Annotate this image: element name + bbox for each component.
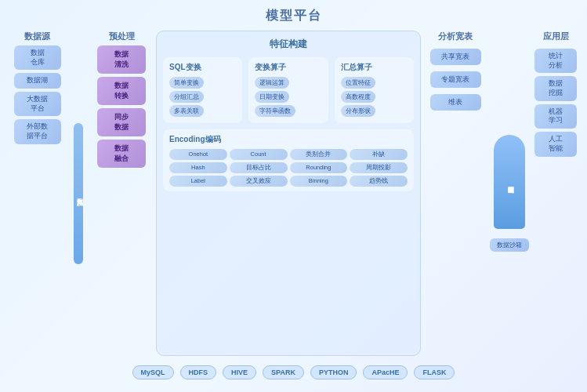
enc-fill: 补缺 — [350, 149, 408, 160]
app-card-2: 数据挖掘 — [534, 76, 577, 100]
enc-count: Count — [230, 149, 288, 160]
tech-apache: APacHE — [363, 365, 408, 379]
enc-target: 目标占比 — [230, 162, 288, 173]
tag-distribution: 分布形状 — [341, 105, 375, 117]
content-area: 数据源 数据仓库 数据湖 大数据平台 外部数据平台 数据接入 预处理 数据清洗 … — [8, 31, 579, 356]
tech-spark: SPARK — [263, 365, 304, 379]
main-container: 模型平台 数据源 数据仓库 数据湖 大数据平台 外部数据平台 数据接入 预处理 … — [0, 0, 587, 392]
enc-cat-merge: 类别合并 — [290, 149, 348, 160]
right-output: 数据输出区 数据沙箱 — [490, 31, 529, 356]
transform-tags: 逻辑运算 日期变换 字符串函数 — [255, 77, 321, 117]
tech-mysql: MySQL — [132, 365, 174, 379]
data-sandbox-label: 数据沙箱 — [497, 241, 522, 249]
tag-date: 日期变换 — [255, 91, 289, 103]
tech-hive: HIVE — [223, 365, 256, 379]
feature-engineering-section: 特征构建 SQL变换 简单变换 分组汇总 多表关联 变换算子 逻辑运算 — [156, 31, 421, 356]
analysis-label: 分析宽表 — [438, 31, 473, 42]
tech-hdfs: HDFS — [180, 365, 217, 379]
tech-python: PYTHON — [310, 365, 357, 379]
preprocess-card-3: 同步数据 — [97, 108, 146, 136]
tag-group: 分组汇总 — [169, 91, 204, 103]
page-title: 模型平台 — [8, 8, 579, 24]
enc-binning: Binning — [290, 176, 348, 187]
preprocess-card-4: 数据融合 — [97, 140, 146, 168]
aggregate-tags: 位置特征 高数程度 分布形状 — [341, 77, 408, 117]
sql-tags: 简单变换 分组汇总 多表关联 — [169, 77, 236, 117]
preprocess-card-1: 数据清洗 — [97, 45, 146, 74]
enc-label: Label — [169, 176, 227, 187]
app-card-4: 人工智能 — [534, 132, 577, 156]
analysis-card-3: 维表 — [430, 94, 481, 111]
analysis-card-1: 共享宽表 — [430, 49, 481, 65]
source-card-3: 大数据平台 — [14, 92, 61, 116]
aggregate-operators-section: 汇总算子 位置特征 高数程度 分布形状 — [335, 57, 414, 123]
tag-high-order: 高数程度 — [341, 91, 375, 103]
tag-string: 字符串函数 — [255, 105, 295, 117]
encoding-title: Encoding编码 — [169, 134, 408, 145]
enc-hash: Hash — [169, 162, 227, 173]
enc-onehot: Onehot — [169, 149, 227, 160]
sql-transform-title: SQL变换 — [169, 62, 236, 73]
tag-logic: 逻辑运算 — [255, 77, 289, 89]
data-sources-section: 数据源 数据仓库 数据湖 大数据平台 外部数据平台 — [8, 31, 67, 356]
app-card-1: 统计分析 — [534, 49, 577, 73]
data-sources-label: 数据源 — [24, 31, 50, 42]
app-layer-label: 应用层 — [543, 31, 569, 42]
enc-cross: 交叉效应 — [230, 176, 288, 187]
enc-trend: 趋势线 — [350, 176, 408, 187]
feature-engineering-title: 特征构建 — [163, 38, 414, 51]
transform-operators-title: 变换算子 — [255, 62, 321, 73]
tag-join: 多表关联 — [169, 105, 204, 117]
source-card-1: 数据仓库 — [14, 45, 61, 70]
aggregate-operators-title: 汇总算子 — [341, 62, 408, 73]
data-output-bar: 数据输出区 — [494, 135, 525, 229]
enc-rounding: Rounding — [290, 162, 348, 173]
encoding-section: Encoding编码 Onehot Count 类别合并 补缺 Hash 目标占… — [163, 129, 414, 191]
data-sandbox-card: 数据沙箱 — [490, 238, 529, 252]
analysis-section: 分析宽表 共享宽表 专题宽表 维表 — [424, 31, 487, 356]
preprocess-card-2: 数据转换 — [97, 77, 146, 105]
app-card-3: 机器学习 — [534, 104, 577, 129]
enc-period: 周期投影 — [350, 162, 408, 173]
encoding-tags: Onehot Count 类别合并 补缺 Hash 目标占比 Rounding … — [169, 149, 408, 187]
output-column: 数据输出区 数据沙箱 — [490, 135, 529, 252]
source-card-2: 数据湖 — [14, 73, 61, 89]
transform-operators-section: 变换算子 逻辑运算 日期变换 字符串函数 — [248, 57, 328, 123]
tag-simple: 简单变换 — [169, 77, 204, 89]
analysis-card-2: 专题宽表 — [430, 71, 481, 88]
tech-flask: FLASK — [414, 365, 455, 379]
fe-top-row: SQL变换 简单变换 分组汇总 多表关联 变换算子 逻辑运算 日期变换 字符串函… — [163, 57, 414, 123]
data-input-arrow: 数据接入 — [70, 31, 87, 356]
source-card-4: 外部数据平台 — [14, 119, 61, 143]
tag-position: 位置特征 — [341, 77, 375, 89]
preprocessing-label: 预处理 — [109, 31, 135, 42]
app-layer-section: 应用层 统计分析 数据挖掘 机器学习 人工智能 — [532, 31, 579, 356]
preprocessing-section: 预处理 数据清洗 数据转换 同步数据 数据融合 — [90, 31, 153, 356]
tech-stack-bar: MySQL HDFS HIVE SPARK PYTHON APacHE FLAS… — [8, 361, 579, 384]
sql-transform-section: SQL变换 简单变换 分组汇总 多表关联 — [163, 57, 242, 123]
data-input-bar: 数据接入 — [74, 123, 83, 264]
